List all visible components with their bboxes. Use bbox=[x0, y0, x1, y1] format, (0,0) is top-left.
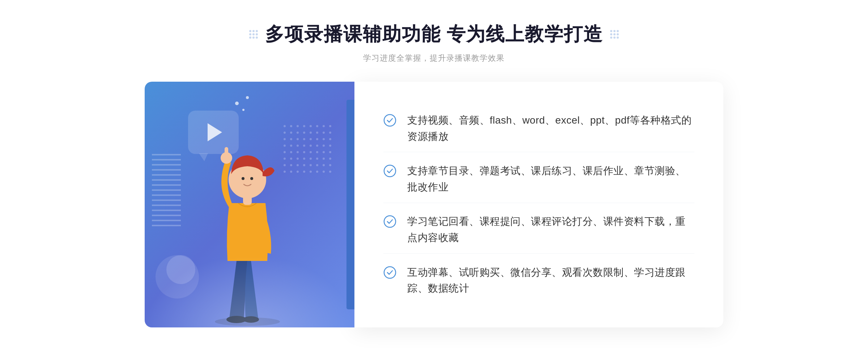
page-subtitle: 学习进度全掌握，提升录播课教学效果 bbox=[363, 53, 505, 64]
feature-text-3: 学习笔记回看、课程提问、课程评论打分、课件资料下载，重点内容收藏 bbox=[407, 214, 694, 246]
svg-point-7 bbox=[242, 177, 244, 180]
feature-item-4: 互动弹幕、试听购买、微信分享、观看次数限制、学习进度跟踪、数据统计 bbox=[383, 257, 694, 304]
feature-text-2: 支持章节目录、弹题考试、课后练习、课后作业、章节测验、批改作业 bbox=[407, 163, 694, 196]
check-icon-1 bbox=[383, 114, 396, 127]
dot-grid-left bbox=[249, 30, 258, 39]
feature-item-2: 支持章节目录、弹题考试、课后练习、课后作业、章节测验、批改作业 bbox=[383, 156, 694, 203]
check-icon-3 bbox=[383, 215, 396, 228]
svg-point-10 bbox=[384, 165, 396, 177]
feature-item-1: 支持视频、音频、flash、word、excel、ppt、pdf等各种格式的资源… bbox=[383, 105, 694, 153]
svg-point-11 bbox=[384, 216, 396, 227]
title-row: 多项录播课辅助功能 专为线上教学打造 bbox=[249, 22, 619, 47]
svg-rect-4 bbox=[225, 147, 228, 160]
left-decoration bbox=[249, 30, 258, 39]
feature-text-4: 互动弹幕、试听购买、微信分享、观看次数限制、学习进度跟踪、数据统计 bbox=[407, 265, 694, 297]
circle-deco-2 bbox=[166, 255, 195, 284]
svg-point-2 bbox=[243, 316, 259, 323]
page-wrapper: 多项录播课辅助功能 专为线上教学打造 学习进度全掌握，提升录播课教学效果 » bbox=[0, 22, 868, 327]
page-title: 多项录播课辅助功能 专为线上教学打造 bbox=[265, 22, 603, 47]
svg-point-9 bbox=[384, 115, 396, 126]
header-section: 多项录播课辅助功能 专为线上教学打造 学习进度全掌握，提升录播课教学效果 bbox=[249, 22, 619, 64]
content-area: » bbox=[145, 82, 723, 327]
svg-point-8 bbox=[250, 177, 253, 180]
feature-item-3: 学习笔记回看、课程提问、课程评论打分、课件资料下载，重点内容收藏 bbox=[383, 206, 694, 254]
illustration-panel bbox=[145, 82, 354, 327]
dot-grid-right bbox=[610, 30, 619, 39]
features-panel: 支持视频、音频、flash、word、excel、ppt、pdf等各种格式的资源… bbox=[354, 82, 723, 327]
svg-point-12 bbox=[384, 267, 396, 278]
check-icon-2 bbox=[383, 164, 396, 177]
right-decoration bbox=[610, 30, 619, 39]
feature-text-1: 支持视频、音频、flash、word、excel、ppt、pdf等各种格式的资源… bbox=[407, 112, 694, 145]
check-icon-4 bbox=[383, 266, 396, 279]
stripes-decoration bbox=[152, 154, 181, 226]
accent-bar bbox=[346, 100, 354, 309]
person-illustration bbox=[204, 124, 305, 327]
